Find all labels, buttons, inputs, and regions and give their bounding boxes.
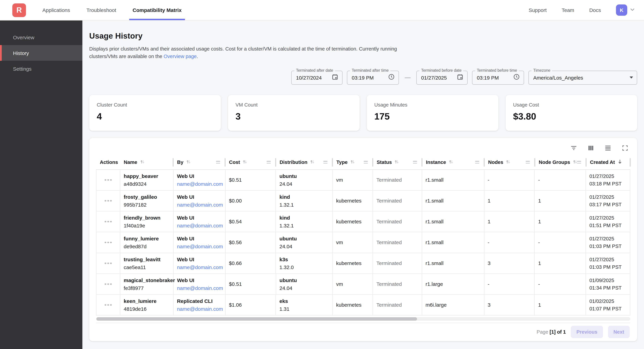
cell-instance: m6i.large <box>422 295 484 315</box>
sort-icon[interactable] <box>140 159 145 165</box>
sort-icon[interactable] <box>310 159 315 165</box>
calendar-icon[interactable] <box>332 74 338 82</box>
cell-node-groups: 1 <box>535 295 586 315</box>
column-menu-icon[interactable] <box>364 161 368 164</box>
by-email-link[interactable]: name@domain.com <box>177 202 222 208</box>
column-menu-icon[interactable] <box>266 161 271 164</box>
table-row: frosty_galileo995b7182 Web UIname@domain… <box>96 191 630 211</box>
cell-instance: r1.large <box>422 274 484 294</box>
overview-page-link[interactable]: Overview page <box>164 54 196 59</box>
cell-cost: $1.06 <box>226 295 276 315</box>
sort-icon[interactable] <box>506 159 511 165</box>
table-row: trusting_leavittcae5ea11 Web UIname@doma… <box>96 253 630 274</box>
table-row: friendly_brown1f40a19e Web UIname@domain… <box>96 211 630 232</box>
col-header-by[interactable]: By <box>173 155 225 169</box>
clock-icon[interactable] <box>388 74 395 82</box>
avatar[interactable]: K <box>616 4 627 16</box>
account-menu[interactable]: K <box>616 4 635 16</box>
row-actions-button[interactable] <box>103 219 113 224</box>
cell-distribution: ubuntu24.04 <box>276 274 332 294</box>
col-header-status[interactable]: Status <box>373 155 422 169</box>
by-email-link[interactable]: name@domain.com <box>177 306 222 312</box>
sort-icon[interactable] <box>186 159 191 165</box>
col-header-created-at[interactable]: Created At <box>586 155 630 169</box>
top-nav: R Applications Troubleshoot Compatibilit… <box>0 0 644 20</box>
nav-link-support[interactable]: Support <box>529 7 546 13</box>
cell-created-at: 01/27/202501:51 PM PST <box>586 211 630 232</box>
by-email-link[interactable]: name@domain.com <box>177 181 222 187</box>
calendar-icon[interactable] <box>457 74 464 82</box>
cell-type: kubernetes <box>333 191 373 211</box>
col-header-cost[interactable]: Cost <box>225 155 276 169</box>
row-actions-button[interactable] <box>103 282 113 286</box>
column-menu-icon[interactable] <box>577 161 581 164</box>
cell-nodes: 3 <box>484 253 535 274</box>
column-menu-icon[interactable] <box>526 161 530 164</box>
cell-cost: $0.54 <box>226 211 276 232</box>
cell-cost: $0.51 <box>226 170 276 190</box>
cell-node-groups: - <box>535 232 586 253</box>
column-menu-icon[interactable] <box>475 161 479 164</box>
app-logo[interactable]: R <box>12 3 26 17</box>
column-menu-icon[interactable] <box>323 161 328 164</box>
timezone-select[interactable]: Timezone America/Los_Angeles <box>528 71 637 85</box>
cell-by: Web UIname@domain.com <box>174 170 226 190</box>
terminated-after-date-field[interactable]: Terminated after date 10/27/2024 <box>291 71 342 85</box>
tab-troubleshoot[interactable]: Troubleshoot <box>86 0 117 20</box>
fullscreen-icon[interactable] <box>621 144 629 152</box>
terminated-after-time-field[interactable]: Terminated after time 03:19 PM <box>347 71 399 85</box>
row-actions-button[interactable] <box>103 261 113 265</box>
terminated-before-date-field[interactable]: Terminated before date 01/27/2025 <box>416 71 468 85</box>
columns-icon[interactable] <box>587 144 595 152</box>
previous-page-button[interactable]: Previous <box>571 326 603 338</box>
sidebar-item-history[interactable]: History <box>0 45 82 61</box>
cell-cost: $0.66 <box>226 253 276 274</box>
col-header-type[interactable]: Type <box>332 155 373 169</box>
horizontal-scrollbar <box>96 317 630 321</box>
col-header-name[interactable]: Name <box>120 155 173 169</box>
sort-icon[interactable] <box>448 159 454 165</box>
sidebar-item-overview[interactable]: Overview <box>0 29 82 45</box>
by-email-link[interactable]: name@domain.com <box>177 244 222 249</box>
table-footer: Page[1] of 1 Previous Next <box>96 323 630 341</box>
next-page-button[interactable]: Next <box>608 326 630 338</box>
by-email-link[interactable]: name@domain.com <box>177 223 222 228</box>
scrollbar-thumb[interactable] <box>96 317 417 321</box>
terminated-before-time-field[interactable]: Terminated before time 03:19 PM <box>472 71 524 85</box>
sort-icon[interactable] <box>350 159 355 165</box>
cell-created-at: 01/02/202501:07 PM PST <box>586 295 630 315</box>
cell-cost: $0.56 <box>226 232 276 253</box>
clock-icon[interactable] <box>513 74 520 82</box>
row-actions-button[interactable] <box>103 178 113 182</box>
cell-created-at: 01/27/202503:17 PM PST <box>586 191 630 211</box>
nav-link-team[interactable]: Team <box>562 7 574 13</box>
cell-distribution: eks1.31 <box>276 295 333 315</box>
tab-compatibility-matrix[interactable]: Compatibility Matrix <box>132 0 182 20</box>
sort-desc-icon[interactable] <box>617 159 622 165</box>
nav-link-docs[interactable]: Docs <box>589 7 601 13</box>
sort-icon[interactable] <box>394 159 400 165</box>
by-email-link[interactable]: name@domain.com <box>177 264 222 270</box>
by-email-link[interactable]: name@domain.com <box>177 285 222 291</box>
stat-card-cluster-count: Cluster Count 4 <box>89 95 221 131</box>
cell-distribution: kind1.32.1 <box>276 191 333 211</box>
col-header-node-groups[interactable]: Node Groups <box>535 155 586 169</box>
col-header-instance[interactable]: Instance <box>422 155 484 169</box>
column-separator[interactable] <box>630 158 631 167</box>
cell-name: magical_stonebrakerfe3f8977 <box>120 274 174 294</box>
sidebar-item-settings[interactable]: Settings <box>0 61 82 76</box>
column-menu-icon[interactable] <box>413 161 417 164</box>
table-row: funny_lumierede9ed87d Web UIname@domain.… <box>96 232 630 253</box>
sort-icon[interactable] <box>242 159 248 165</box>
tab-applications[interactable]: Applications <box>42 0 71 20</box>
row-actions-button[interactable] <box>103 199 113 203</box>
filter-icon[interactable] <box>570 144 578 152</box>
col-header-nodes[interactable]: Nodes <box>484 155 535 169</box>
col-header-distribution[interactable]: Distribution <box>276 155 332 169</box>
row-actions-button[interactable] <box>103 303 113 307</box>
cell-instance: r1.small <box>422 253 484 274</box>
cell-created-at: 01/27/202501:03 PM PST <box>586 232 630 253</box>
column-menu-icon[interactable] <box>216 161 220 164</box>
row-actions-button[interactable] <box>103 240 113 245</box>
density-icon[interactable] <box>604 144 612 152</box>
